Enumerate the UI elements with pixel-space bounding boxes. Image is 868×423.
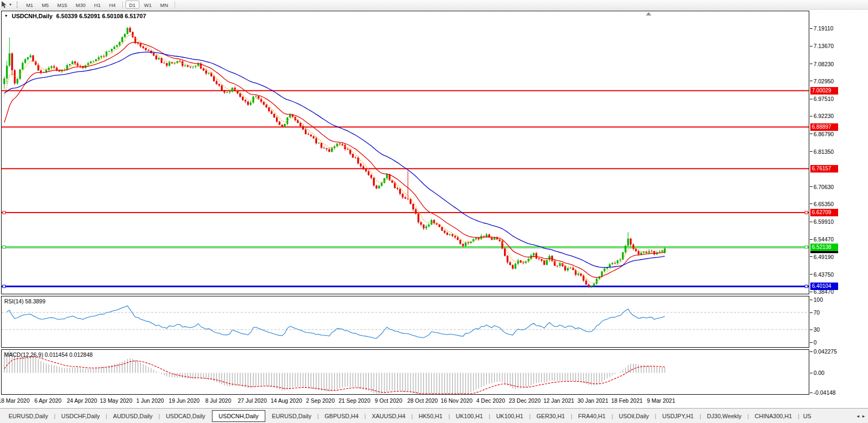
date-tick-label: 13 May 2020 bbox=[100, 397, 132, 404]
level-line-handle[interactable] bbox=[805, 246, 808, 248]
timeframe-button-d1[interactable]: D1 bbox=[125, 1, 139, 9]
timeframe-button-mn[interactable]: MN bbox=[156, 1, 172, 9]
timeframe-button-w1[interactable]: W1 bbox=[140, 1, 155, 9]
price-tick-label: 7.02950 bbox=[814, 78, 834, 84]
tab-separator: | bbox=[317, 413, 319, 419]
level-line-handle[interactable] bbox=[3, 285, 5, 288]
date-tick-label: 19 Jun 2020 bbox=[169, 397, 200, 404]
main-price-chart[interactable] bbox=[1, 11, 809, 294]
axis-tick-mark bbox=[810, 312, 812, 313]
price-tick-label: 6.70630 bbox=[814, 184, 834, 190]
timeframe-group: M1M5M15M30H1H4D1W1MN bbox=[22, 1, 172, 9]
timeframe-button-m30[interactable]: M30 bbox=[72, 1, 89, 9]
chart-symbol-label: USDCNH,Daily bbox=[12, 13, 52, 19]
date-tick-label: 2 Sep 2020 bbox=[306, 397, 335, 404]
timeframe-button-m5[interactable]: M5 bbox=[38, 1, 52, 9]
axis-tick-mark bbox=[810, 373, 812, 373]
axis-tick-mark bbox=[810, 99, 812, 99]
symbol-tab-usoil-daily[interactable]: USOil,Daily bbox=[613, 410, 654, 422]
chevron-down-icon: ▼ bbox=[9, 3, 12, 6]
chart-ohlc-values: 6.50339 6.52091 6.50108 6.51707 bbox=[56, 13, 146, 19]
date-axis[interactable]: 18 Mar 20206 Apr 202024 Apr 202013 May 2… bbox=[1, 396, 809, 406]
axis-tick-mark bbox=[810, 186, 812, 187]
level-price-label-6.88897: 6.88897 bbox=[810, 123, 838, 131]
symbol-tab-usdchf-daily[interactable]: USDCHF,Daily bbox=[56, 410, 105, 422]
level-price-label-6.52138: 6.52138 bbox=[810, 244, 838, 251]
rsi-tick-label: 0 bbox=[814, 339, 817, 346]
date-tick-label: 21 Sep 2020 bbox=[338, 397, 370, 404]
level-line-handle[interactable] bbox=[3, 211, 5, 214]
level-price-label-6.76157: 6.76157 bbox=[810, 165, 838, 173]
tab-separator: | bbox=[54, 413, 56, 419]
level-line-handle[interactable] bbox=[3, 246, 5, 248]
toolbar-divider bbox=[175, 1, 175, 9]
symbol-tab-ger30-h1[interactable]: GER30,H1 bbox=[531, 410, 570, 422]
date-tick-label: 12 Jan 2021 bbox=[543, 397, 574, 404]
price-tick-label: 7.19110 bbox=[814, 25, 833, 32]
axis-tick-mark bbox=[810, 46, 812, 46]
tab-separator: | bbox=[798, 413, 800, 419]
symbol-tab-usdcad-daily[interactable]: USDCAD,Daily bbox=[161, 410, 211, 422]
rsi-tick-label: 30 bbox=[814, 326, 820, 333]
axis-tick-mark bbox=[810, 203, 812, 204]
symbol-tab-china300-h1[interactable]: CHINA300,H1 bbox=[749, 410, 798, 422]
timeframe-button-m1[interactable]: M1 bbox=[22, 1, 37, 9]
symbol-tab-gbpusd-h4[interactable]: GBPUSD,H4 bbox=[319, 410, 364, 422]
axis-tick-mark bbox=[810, 81, 812, 81]
symbol-tab-usdcnh-daily[interactable]: USDCNH,Daily bbox=[212, 410, 266, 422]
symbol-tab-usdjpy-h1[interactable]: USDJPY,H1 bbox=[657, 410, 699, 422]
symbol-tab-eurusd-daily[interactable]: EURUSD,Daily bbox=[266, 410, 317, 422]
symbol-tab-xauusd-h4[interactable]: XAUUSD,H4 bbox=[366, 410, 411, 422]
macd-panel[interactable] bbox=[1, 349, 809, 395]
date-tick-label: 9 Oct 2020 bbox=[375, 397, 402, 404]
tab-scroll-buttons: ◂▸ bbox=[857, 413, 868, 419]
axis-tick-mark bbox=[810, 28, 812, 29]
level-price-label-7.00029: 7.00029 bbox=[810, 87, 838, 95]
timeframe-button-m15[interactable]: M15 bbox=[53, 1, 70, 9]
symbol-tab-uk100-h1[interactable]: UK100,H1 bbox=[451, 410, 488, 422]
cursor-tool-button[interactable]: ▼ bbox=[1, 1, 14, 9]
tab-separator: | bbox=[700, 413, 701, 419]
tab-scroll-right-button[interactable]: ▸ bbox=[862, 413, 865, 419]
level-line-handle[interactable] bbox=[805, 285, 808, 288]
axis-tick-mark bbox=[810, 300, 812, 300]
macd-tick-label: 0.00 bbox=[814, 370, 824, 376]
date-tick-label: 27 Jul 2020 bbox=[238, 397, 266, 404]
toolbar-grip-handle[interactable] bbox=[17, 2, 18, 8]
date-tick-label: 14 Aug 2020 bbox=[271, 397, 302, 404]
collapse-triangle-icon[interactable]: ▼ bbox=[4, 13, 8, 19]
axis-tick-mark bbox=[810, 239, 812, 240]
level-price-label-6.62709: 6.62709 bbox=[810, 209, 838, 216]
date-tick-label: 1 Jun 2020 bbox=[136, 397, 164, 404]
symbol-tab-dj30-weekly[interactable]: DJ30,Weekly bbox=[701, 410, 747, 422]
axis-tick-mark bbox=[810, 222, 812, 222]
price-tick-label: 6.92230 bbox=[814, 113, 834, 119]
timeframe-button-h1[interactable]: H1 bbox=[90, 1, 104, 9]
symbol-tab-fra40-h1[interactable]: FRA40,H1 bbox=[573, 410, 611, 422]
macd-indicator-label: MACD(12,26,9) 0.011454 0.012848 bbox=[4, 351, 93, 358]
symbol-tab-eurusd-daily[interactable]: EURUSD,Daily bbox=[3, 410, 53, 422]
symbol-tab-partial[interactable]: US bbox=[800, 410, 811, 422]
tab-separator: | bbox=[747, 413, 749, 419]
date-tick-label: 23 Dec 2020 bbox=[509, 397, 541, 404]
tab-separator: | bbox=[411, 413, 413, 419]
price-tick-label: 7.08230 bbox=[814, 61, 834, 67]
tab-separator: | bbox=[365, 413, 366, 419]
symbol-tab-audusd-daily[interactable]: AUDUSD,Daily bbox=[108, 410, 158, 422]
rsi-panel[interactable] bbox=[1, 296, 809, 348]
tab-separator: | bbox=[611, 413, 613, 419]
axis-tick-mark bbox=[810, 342, 812, 343]
symbol-tab-hk50-h1[interactable]: HK50,H1 bbox=[413, 410, 448, 422]
axis-tick-mark bbox=[810, 151, 812, 152]
symbol-tab-uk100-h1[interactable]: UK100,H1 bbox=[491, 410, 528, 422]
axis-tick-mark bbox=[810, 393, 812, 393]
price-tick-label: 6.49190 bbox=[814, 254, 834, 260]
macd-axis: 0.0422750.00-0.04148 bbox=[809, 349, 868, 395]
date-tick-label: 16 Nov 2020 bbox=[441, 397, 473, 404]
axis-tick-mark bbox=[810, 274, 812, 275]
level-line-handle[interactable] bbox=[805, 211, 808, 214]
timeframe-button-h4[interactable]: H4 bbox=[105, 1, 119, 9]
tab-separator: | bbox=[489, 413, 491, 419]
date-tick-label: 28 Oct 2020 bbox=[407, 397, 438, 404]
tab-scroll-left-button[interactable]: ◂ bbox=[857, 413, 859, 419]
